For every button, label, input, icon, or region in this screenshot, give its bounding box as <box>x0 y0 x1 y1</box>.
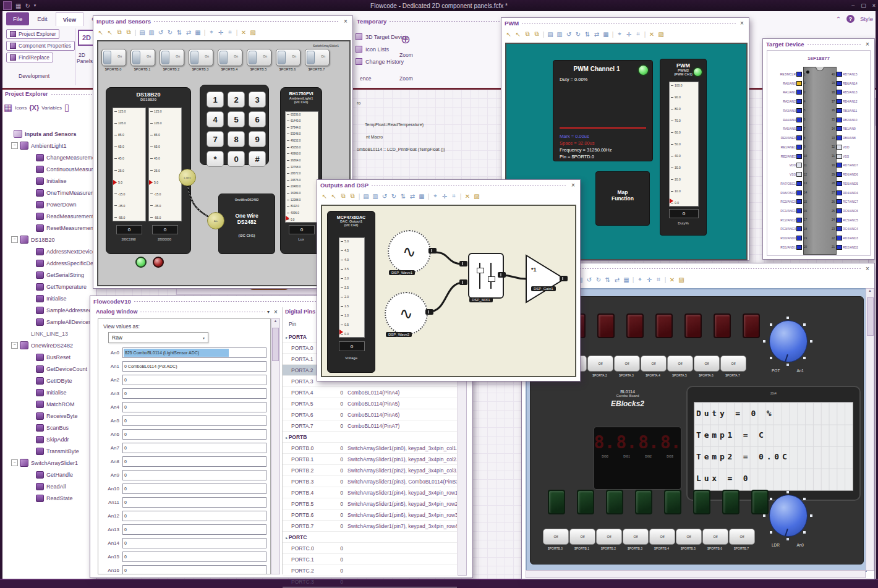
chip-pin[interactable]: 36 RB3/AN11 <box>828 107 869 114</box>
analog-row[interactable]: An3 0 <box>101 389 266 398</box>
toolbar-icon[interactable]: ✛ <box>625 31 633 38</box>
digital-pin-row[interactable]: PORTC.0 0 <box>283 543 457 554</box>
toolbar-icon[interactable]: ↖ <box>514 31 522 38</box>
toolbar-icon[interactable]: | <box>542 31 545 38</box>
pin-pad[interactable] <box>796 181 802 186</box>
analog-row[interactable]: An6 0 <box>101 430 266 439</box>
analog-row[interactable]: An12 0 <box>101 511 266 521</box>
gain-output-plug[interactable] <box>560 276 568 281</box>
toolbar-icon[interactable]: ✛ <box>217 29 224 36</box>
toolbar-icon[interactable]: ✛ <box>441 193 448 200</box>
chip-pin[interactable]: RE2/ANE2 10 <box>769 153 811 160</box>
pin-pad[interactable] <box>796 245 802 250</box>
scroll-thumb[interactable] <box>272 328 279 361</box>
off-button[interactable]: Off <box>623 529 649 545</box>
toolbar-icon[interactable]: ↖ <box>97 29 104 36</box>
toolbar-icon[interactable]: ⌖ <box>616 30 623 38</box>
toolbar-icon[interactable]: | <box>236 29 238 36</box>
dsp-wave1-generator[interactable]: ∿ <box>388 230 431 273</box>
slider-marker[interactable] <box>670 198 673 203</box>
pin-pad[interactable] <box>796 81 802 86</box>
toolbar-icon[interactable]: | <box>632 276 634 283</box>
digital-pin-row[interactable]: PORTB.1 0 SwitchArraySlider1(pin1), keyp… <box>283 454 457 465</box>
analog-value-field[interactable]: 0 <box>122 375 266 385</box>
pin-pad[interactable] <box>796 208 802 213</box>
tree-item[interactable]: − GetHandle <box>4 469 95 480</box>
mixer-output-plug[interactable] <box>498 272 506 278</box>
analog-value-field[interactable]: 0 <box>122 552 266 562</box>
off-button[interactable]: Off <box>614 356 640 372</box>
toolbar-icon[interactable]: | <box>459 193 462 200</box>
view-mode-dropdown[interactable]: Raw ▾ <box>108 332 208 343</box>
chip-pin[interactable]: RA0/AN0 2 <box>769 80 811 87</box>
toolbar-icon[interactable]: ⇅ <box>399 193 407 200</box>
tree-item[interactable]: − ScanBus <box>4 422 95 433</box>
toolbar-icon[interactable]: ▨ <box>473 193 480 200</box>
wave1-output-plug[interactable] <box>428 248 437 254</box>
off-button[interactable]: Off <box>569 529 595 545</box>
chip-pin[interactable]: RC2/ANC2 17 <box>769 216 811 224</box>
zoom-icon[interactable]: ⊕ <box>401 32 411 46</box>
toolbar-icon[interactable]: ↻ <box>390 193 398 200</box>
analog-scrollbar[interactable]: ▲ <box>271 318 280 574</box>
chip-pin[interactable]: RC0/ANC0 15 <box>769 198 811 205</box>
pin-pad[interactable] <box>837 126 842 131</box>
analog-row[interactable]: An2 0 <box>101 375 266 385</box>
chip-pin[interactable]: 32 VDD <box>828 143 869 151</box>
chip-pin[interactable]: RA6/OSC2 14 <box>769 189 811 197</box>
pin-pad[interactable] <box>796 190 802 195</box>
toolbar-icon[interactable]: ↖ <box>321 193 328 200</box>
tree-item[interactable]: − PowerDown <box>4 198 95 210</box>
pin-pad[interactable] <box>796 117 802 122</box>
analog-value-field[interactable]: 0 <box>122 497 266 508</box>
off-button[interactable]: Off <box>649 529 675 545</box>
digital-pin-row[interactable]: PORTC <box>283 532 457 543</box>
connector-node-1wire[interactable]: 1-Wire <box>179 169 196 186</box>
pin-pad[interactable] <box>837 117 842 122</box>
tree-item[interactable]: − AmbientLight1 <box>4 140 95 151</box>
pin-pad[interactable] <box>796 172 802 177</box>
toolbar-icon[interactable]: ▨ <box>249 29 257 36</box>
toolbar-icon[interactable]: ⌗ <box>226 28 234 36</box>
tree-item[interactable]: − ResetMeasurement <box>4 222 95 234</box>
digital-pin-row[interactable]: PORTA.4 0 ComboBL0114(PinA4) <box>283 387 457 398</box>
toolbar-icon[interactable]: ⧉ <box>339 192 347 200</box>
ribbon-tab[interactable]: View <box>56 12 83 26</box>
off-button[interactable]: Off <box>641 356 667 372</box>
close-icon[interactable]: × <box>569 182 577 189</box>
toolbar-icon[interactable]: ⧉ <box>524 30 531 38</box>
expander-icon[interactable]: − <box>11 142 18 149</box>
toolbar-icon[interactable]: ⇅ <box>604 276 612 283</box>
expander-icon[interactable]: − <box>11 342 18 349</box>
tree-item[interactable]: − MatchROM <box>4 398 95 410</box>
analog-row[interactable]: An11 0 <box>101 498 266 507</box>
ribbon-button[interactable]: Component Properties <box>6 41 75 51</box>
analog-value-field[interactable]: 0 <box>122 470 266 480</box>
toolbar-icon[interactable]: ▤ <box>362 193 370 200</box>
digital-pin-row[interactable]: PORTB.0 0 SwitchArraySlider1(pin0), keyp… <box>283 443 457 454</box>
pin-pad[interactable] <box>837 199 842 204</box>
chip-pin[interactable]: RC3/ANC3 18 <box>769 225 811 232</box>
tree-item[interactable]: − TransmitByte <box>4 445 95 457</box>
chip-pin[interactable]: 28 RD5/AND5 <box>828 180 869 187</box>
toolbar-icon[interactable]: | <box>427 193 430 200</box>
lux-slider[interactable]: 65536.061440.057344.053248.049152.045056… <box>285 111 318 223</box>
off-button[interactable]: Off <box>543 529 569 545</box>
scroll-up-icon[interactable]: ▲ <box>274 319 278 323</box>
ribbon-button[interactable]: Find/Replace <box>6 53 53 62</box>
chip-pin[interactable]: VDD 11 <box>769 161 811 169</box>
toolbar-icon[interactable]: | <box>612 31 614 38</box>
tree-item[interactable]: − Initialise <box>4 292 95 304</box>
tree-item[interactable]: − ChangeMeasurement <box>4 151 95 163</box>
knob-ball[interactable] <box>769 320 808 362</box>
pin-pad[interactable] <box>796 163 802 168</box>
toolbar-icon[interactable]: ⧉ <box>349 192 356 200</box>
toolbar-icon[interactable]: ✛ <box>646 276 653 283</box>
analog-row[interactable]: An13 0 <box>101 525 266 534</box>
pin-pad[interactable] <box>796 72 802 77</box>
toolbar-icon[interactable]: | <box>134 29 137 36</box>
toolbar-icon[interactable]: ⇄ <box>593 31 600 38</box>
toolbar-icon[interactable]: ▥ <box>556 31 563 38</box>
tree-item[interactable]: − ReadState <box>4 492 95 504</box>
pin-pad[interactable] <box>837 99 842 104</box>
